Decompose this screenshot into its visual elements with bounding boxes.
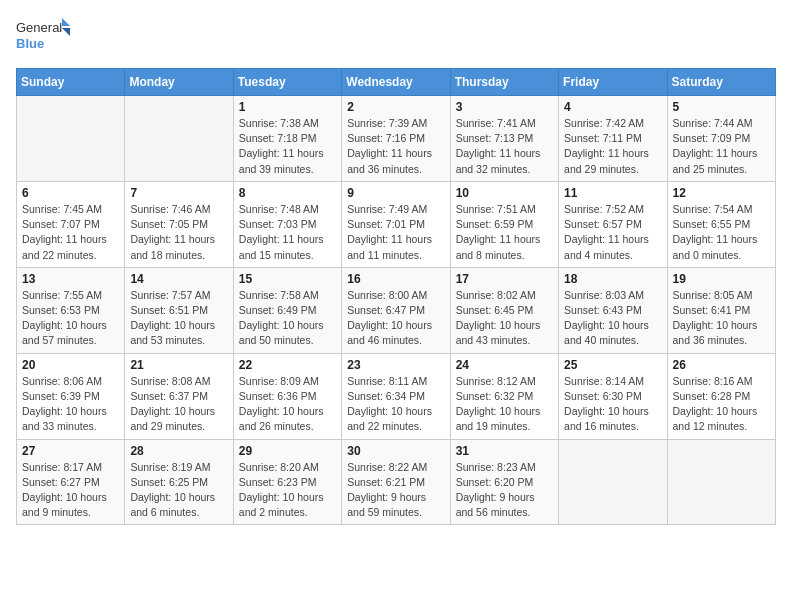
calendar-week-row: 13Sunrise: 7:55 AMSunset: 6:53 PMDayligh… (17, 267, 776, 353)
day-number: 24 (456, 358, 553, 372)
calendar-day-cell: 9Sunrise: 7:49 AMSunset: 7:01 PMDaylight… (342, 181, 450, 267)
calendar-table: SundayMondayTuesdayWednesdayThursdayFrid… (16, 68, 776, 525)
logo-svg: General Blue (16, 16, 71, 56)
day-info: Sunrise: 8:06 AMSunset: 6:39 PMDaylight:… (22, 374, 119, 435)
calendar-day-cell (667, 439, 775, 525)
day-number: 1 (239, 100, 336, 114)
page-header: General Blue (16, 16, 776, 56)
calendar-day-cell: 5Sunrise: 7:44 AMSunset: 7:09 PMDaylight… (667, 96, 775, 182)
day-info: Sunrise: 7:48 AMSunset: 7:03 PMDaylight:… (239, 202, 336, 263)
weekday-header-cell: Friday (559, 69, 667, 96)
calendar-day-cell: 6Sunrise: 7:45 AMSunset: 7:07 PMDaylight… (17, 181, 125, 267)
weekday-header-cell: Monday (125, 69, 233, 96)
calendar-day-cell: 12Sunrise: 7:54 AMSunset: 6:55 PMDayligh… (667, 181, 775, 267)
calendar-day-cell: 13Sunrise: 7:55 AMSunset: 6:53 PMDayligh… (17, 267, 125, 353)
day-number: 28 (130, 444, 227, 458)
day-number: 27 (22, 444, 119, 458)
calendar-day-cell: 27Sunrise: 8:17 AMSunset: 6:27 PMDayligh… (17, 439, 125, 525)
weekday-header-cell: Thursday (450, 69, 558, 96)
day-info: Sunrise: 8:22 AMSunset: 6:21 PMDaylight:… (347, 460, 444, 521)
calendar-day-cell: 1Sunrise: 7:38 AMSunset: 7:18 PMDaylight… (233, 96, 341, 182)
calendar-day-cell: 24Sunrise: 8:12 AMSunset: 6:32 PMDayligh… (450, 353, 558, 439)
svg-text:General: General (16, 20, 62, 35)
day-info: Sunrise: 8:05 AMSunset: 6:41 PMDaylight:… (673, 288, 770, 349)
day-number: 25 (564, 358, 661, 372)
calendar-day-cell: 31Sunrise: 8:23 AMSunset: 6:20 PMDayligh… (450, 439, 558, 525)
weekday-header-row: SundayMondayTuesdayWednesdayThursdayFrid… (17, 69, 776, 96)
day-number: 21 (130, 358, 227, 372)
calendar-day-cell: 25Sunrise: 8:14 AMSunset: 6:30 PMDayligh… (559, 353, 667, 439)
day-number: 31 (456, 444, 553, 458)
calendar-day-cell: 14Sunrise: 7:57 AMSunset: 6:51 PMDayligh… (125, 267, 233, 353)
calendar-day-cell: 7Sunrise: 7:46 AMSunset: 7:05 PMDaylight… (125, 181, 233, 267)
calendar-day-cell: 23Sunrise: 8:11 AMSunset: 6:34 PMDayligh… (342, 353, 450, 439)
weekday-header-cell: Wednesday (342, 69, 450, 96)
calendar-week-row: 6Sunrise: 7:45 AMSunset: 7:07 PMDaylight… (17, 181, 776, 267)
calendar-day-cell: 8Sunrise: 7:48 AMSunset: 7:03 PMDaylight… (233, 181, 341, 267)
day-number: 6 (22, 186, 119, 200)
day-info: Sunrise: 7:46 AMSunset: 7:05 PMDaylight:… (130, 202, 227, 263)
logo: General Blue (16, 16, 71, 56)
day-number: 16 (347, 272, 444, 286)
day-info: Sunrise: 7:58 AMSunset: 6:49 PMDaylight:… (239, 288, 336, 349)
calendar-day-cell: 15Sunrise: 7:58 AMSunset: 6:49 PMDayligh… (233, 267, 341, 353)
day-number: 29 (239, 444, 336, 458)
calendar-day-cell: 10Sunrise: 7:51 AMSunset: 6:59 PMDayligh… (450, 181, 558, 267)
calendar-day-cell: 20Sunrise: 8:06 AMSunset: 6:39 PMDayligh… (17, 353, 125, 439)
day-info: Sunrise: 8:02 AMSunset: 6:45 PMDaylight:… (456, 288, 553, 349)
calendar-day-cell: 2Sunrise: 7:39 AMSunset: 7:16 PMDaylight… (342, 96, 450, 182)
day-number: 14 (130, 272, 227, 286)
day-number: 2 (347, 100, 444, 114)
calendar-day-cell: 4Sunrise: 7:42 AMSunset: 7:11 PMDaylight… (559, 96, 667, 182)
day-number: 10 (456, 186, 553, 200)
day-number: 5 (673, 100, 770, 114)
day-number: 26 (673, 358, 770, 372)
day-number: 30 (347, 444, 444, 458)
day-number: 18 (564, 272, 661, 286)
day-info: Sunrise: 8:14 AMSunset: 6:30 PMDaylight:… (564, 374, 661, 435)
calendar-day-cell (17, 96, 125, 182)
calendar-day-cell (125, 96, 233, 182)
day-info: Sunrise: 7:57 AMSunset: 6:51 PMDaylight:… (130, 288, 227, 349)
calendar-day-cell: 30Sunrise: 8:22 AMSunset: 6:21 PMDayligh… (342, 439, 450, 525)
weekday-header-cell: Tuesday (233, 69, 341, 96)
day-info: Sunrise: 8:12 AMSunset: 6:32 PMDaylight:… (456, 374, 553, 435)
calendar-week-row: 1Sunrise: 7:38 AMSunset: 7:18 PMDaylight… (17, 96, 776, 182)
day-info: Sunrise: 8:03 AMSunset: 6:43 PMDaylight:… (564, 288, 661, 349)
day-info: Sunrise: 8:23 AMSunset: 6:20 PMDaylight:… (456, 460, 553, 521)
day-info: Sunrise: 8:08 AMSunset: 6:37 PMDaylight:… (130, 374, 227, 435)
weekday-header-cell: Sunday (17, 69, 125, 96)
calendar-day-cell: 11Sunrise: 7:52 AMSunset: 6:57 PMDayligh… (559, 181, 667, 267)
svg-marker-2 (62, 18, 70, 26)
day-info: Sunrise: 7:41 AMSunset: 7:13 PMDaylight:… (456, 116, 553, 177)
day-info: Sunrise: 7:38 AMSunset: 7:18 PMDaylight:… (239, 116, 336, 177)
calendar-body: 1Sunrise: 7:38 AMSunset: 7:18 PMDaylight… (17, 96, 776, 525)
day-number: 12 (673, 186, 770, 200)
day-info: Sunrise: 7:54 AMSunset: 6:55 PMDaylight:… (673, 202, 770, 263)
day-info: Sunrise: 7:52 AMSunset: 6:57 PMDaylight:… (564, 202, 661, 263)
calendar-day-cell: 21Sunrise: 8:08 AMSunset: 6:37 PMDayligh… (125, 353, 233, 439)
day-number: 23 (347, 358, 444, 372)
day-number: 17 (456, 272, 553, 286)
day-info: Sunrise: 7:39 AMSunset: 7:16 PMDaylight:… (347, 116, 444, 177)
day-number: 8 (239, 186, 336, 200)
svg-marker-3 (62, 28, 70, 36)
calendar-day-cell (559, 439, 667, 525)
day-number: 13 (22, 272, 119, 286)
day-number: 3 (456, 100, 553, 114)
calendar-week-row: 27Sunrise: 8:17 AMSunset: 6:27 PMDayligh… (17, 439, 776, 525)
day-info: Sunrise: 7:55 AMSunset: 6:53 PMDaylight:… (22, 288, 119, 349)
day-info: Sunrise: 8:09 AMSunset: 6:36 PMDaylight:… (239, 374, 336, 435)
weekday-header-cell: Saturday (667, 69, 775, 96)
day-info: Sunrise: 8:19 AMSunset: 6:25 PMDaylight:… (130, 460, 227, 521)
calendar-day-cell: 16Sunrise: 8:00 AMSunset: 6:47 PMDayligh… (342, 267, 450, 353)
day-info: Sunrise: 7:49 AMSunset: 7:01 PMDaylight:… (347, 202, 444, 263)
day-info: Sunrise: 7:45 AMSunset: 7:07 PMDaylight:… (22, 202, 119, 263)
calendar-day-cell: 18Sunrise: 8:03 AMSunset: 6:43 PMDayligh… (559, 267, 667, 353)
day-info: Sunrise: 7:42 AMSunset: 7:11 PMDaylight:… (564, 116, 661, 177)
day-info: Sunrise: 7:51 AMSunset: 6:59 PMDaylight:… (456, 202, 553, 263)
calendar-day-cell: 28Sunrise: 8:19 AMSunset: 6:25 PMDayligh… (125, 439, 233, 525)
calendar-day-cell: 22Sunrise: 8:09 AMSunset: 6:36 PMDayligh… (233, 353, 341, 439)
calendar-day-cell: 26Sunrise: 8:16 AMSunset: 6:28 PMDayligh… (667, 353, 775, 439)
day-info: Sunrise: 8:17 AMSunset: 6:27 PMDaylight:… (22, 460, 119, 521)
